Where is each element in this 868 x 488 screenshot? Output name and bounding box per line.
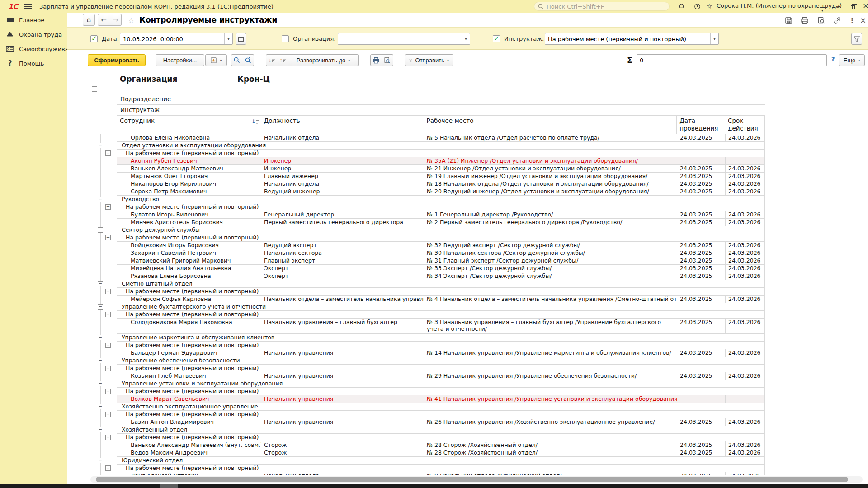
cell-workplace[interactable]: № 2 Первый заместитель генерального дире…	[424, 219, 677, 226]
group-cell[interactable]: Управление обеспечения безопасности	[117, 357, 765, 365]
cell-position[interactable]: Инженер	[261, 165, 424, 173]
collapse-toggle[interactable]: −	[105, 465, 111, 471]
history-icon[interactable]	[692, 2, 702, 11]
cell-date[interactable]: 24.03.2025	[677, 188, 726, 196]
group-cell[interactable]: На рабочем месте (первичный и повторный)	[117, 465, 765, 472]
cell-due[interactable]: 24.03.2026	[726, 134, 765, 142]
cell-employee[interactable]: Волков Марат Савельевич	[117, 395, 261, 403]
cell-workplace[interactable]: № 5 Начальник отдела /Отдел расчетов по …	[424, 134, 677, 142]
organization-dropdown-icon[interactable]: ▾	[462, 33, 470, 44]
cell-date[interactable]: 24.03.2025	[677, 441, 726, 449]
table-row-group[interactable]: −На рабочем месте (первичный и повторный…	[90, 434, 765, 441]
cell-workplace[interactable]: № 33 Эксперт /Сектор дежурной службы/	[424, 265, 677, 272]
preview-report-button[interactable]	[382, 54, 393, 66]
table-row-group[interactable]: −Хозяйственный отдел	[90, 426, 765, 434]
table-row-employee[interactable]: Волков Марат СавельевичНачальник управле…	[90, 395, 765, 403]
cell-date[interactable]: 24.03.2025	[677, 134, 726, 142]
group-cell[interactable]: Юридический отдел	[117, 457, 765, 465]
cell-position[interactable]: Сторож	[261, 449, 424, 457]
print-icon[interactable]	[799, 16, 811, 25]
cell-date[interactable]: 24.03.2025	[677, 219, 726, 226]
group-cell[interactable]: На рабочем месте (первичный и повторный)	[117, 203, 765, 211]
cell-position[interactable]: Эксперт	[261, 265, 424, 272]
cell-employee[interactable]: Акопян Рубен Гезевич	[117, 157, 261, 165]
briefing-dropdown-icon[interactable]: ▾	[710, 33, 718, 44]
collapse-toggle[interactable]: −	[98, 427, 103, 432]
notifications-bell-icon[interactable]	[676, 2, 686, 11]
org-value[interactable]: Крон-Ц	[237, 75, 270, 84]
collapse-toggle[interactable]: −	[98, 404, 103, 409]
cell-date[interactable]: 24.03.2025	[677, 372, 726, 380]
cell-date[interactable]: 24.03.2025	[677, 349, 726, 357]
expand-to-button[interactable]: Разворачивать до▾	[288, 54, 359, 66]
cell-due[interactable]: 24.03.2026	[726, 296, 765, 303]
cell-employee[interactable]: Войцехович Игорь Борисович	[117, 242, 261, 249]
column-header-due[interactable]: Срок действия	[725, 116, 764, 134]
forward-button[interactable]: →	[109, 14, 122, 26]
table-row-group[interactable]: −На рабочем месте (первичный и повторный…	[90, 203, 765, 211]
favorite-page-star-icon[interactable]: ☆	[128, 16, 134, 25]
cell-workplace[interactable]: № 34 Эксперт /Сектор дежурной службы/	[424, 272, 677, 280]
table-row-group[interactable]: −На рабочем месте (первичный и повторный…	[90, 234, 765, 242]
cell-position[interactable]: Главный эксперт	[261, 257, 424, 265]
collapse-toggle[interactable]: −	[105, 366, 111, 371]
cell-workplace[interactable]: № 8 Начальник отдела /Юридический отдел/	[424, 472, 677, 475]
cell-employee[interactable]: Орлова Елена Николаевна	[117, 134, 261, 142]
table-row-group[interactable]: −На рабочем месте (первичный и повторный…	[90, 288, 765, 296]
cell-workplace[interactable]: № 19 Главный инженер /Отдел установки и …	[424, 173, 677, 180]
group-cell[interactable]: Руководство	[117, 196, 765, 203]
cell-workplace[interactable]: № 29 Начальник управления /Управление об…	[424, 372, 677, 380]
table-row-employee[interactable]: Мейерсон Софья КарловнаНачальник отдела …	[90, 296, 765, 303]
cell-position[interactable]: Начальник управления	[261, 372, 424, 380]
collapse-toggle[interactable]: −	[98, 143, 103, 148]
cell-employee[interactable]: Бальцер Герман Эдуардович	[117, 349, 261, 357]
cell-date[interactable]	[677, 395, 726, 403]
cell-due[interactable]: 24.03.2026	[726, 349, 765, 357]
collapse-toggle[interactable]: −	[105, 235, 111, 240]
cell-workplace[interactable]: № 28 Сторож /Хозяйственный отдел/	[424, 441, 677, 449]
sort-icon[interactable]: ↓	[764, 96, 765, 102]
table-row-employee[interactable]: Минчев Аристотель БорисовичПервый замест…	[90, 219, 765, 226]
group-cell[interactable]: На рабочем месте (первичный и повторный)	[117, 434, 765, 441]
collapse-toggle[interactable]: −	[105, 389, 111, 394]
cell-employee[interactable]: Никаноров Егор Кириллович	[117, 180, 261, 188]
date-filter-checkbox[interactable]	[90, 35, 98, 42]
collapse-toggle[interactable]: −	[98, 335, 103, 340]
cell-date[interactable]: 24.03.2025	[677, 418, 726, 426]
cell-position[interactable]: Начальник управления	[261, 418, 424, 426]
cell-position[interactable]: Эксперт	[261, 272, 424, 280]
table-row-employee[interactable]: Михейцева Наталия АнатольевнаЭксперт№ 33…	[90, 265, 765, 272]
table-row-group[interactable]: −Управление установки и эксплуатации обо…	[90, 380, 765, 388]
cell-employee[interactable]: Мартынюк Олег Егорович	[117, 173, 261, 180]
calendar-button[interactable]	[236, 33, 246, 45]
cell-due[interactable]: 24.03.2026	[726, 272, 765, 280]
cell-due[interactable]: 24.03.2026	[726, 242, 765, 249]
table-row-group[interactable]: −Руководство	[90, 196, 765, 203]
cell-due[interactable]: 24.03.2026	[726, 472, 765, 475]
cell-employee[interactable]: Базин Антон Владимирович	[117, 418, 261, 426]
cell-date[interactable]: 24.03.2025	[677, 319, 726, 334]
save-icon[interactable]	[783, 16, 794, 25]
cell-due[interactable]: 24.03.2026	[726, 257, 765, 265]
close-form-icon[interactable]: ×	[857, 16, 868, 25]
cell-position[interactable]: Ведущий инженер	[261, 188, 424, 196]
table-row-employee[interactable]: Сорока Петр МаксимовичВедущий инженер№ 2…	[90, 188, 765, 196]
cell-position[interactable]: Инженер	[261, 157, 424, 165]
table-row-employee[interactable]: Войцехович Игорь БорисовичВедущий экспер…	[90, 242, 765, 249]
cell-date[interactable]: 24.03.2025	[677, 265, 726, 272]
close-button[interactable]: ×	[860, 2, 868, 10]
get-link-icon[interactable]	[831, 16, 843, 25]
cell-employee[interactable]: Матвиевский Григорий Маркович	[117, 257, 261, 265]
column-header-position[interactable]: Должность	[261, 116, 424, 134]
cell-due[interactable]: 24.03.2026	[726, 319, 765, 334]
table-row-group[interactable]: −На рабочем месте (первичный и повторный…	[90, 465, 765, 472]
sidebar-item-main[interactable]: Главное	[0, 13, 67, 27]
cell-due[interactable]: 24.03.2026	[726, 418, 765, 426]
cell-employee[interactable]: Минчев Аристотель Борисович	[117, 219, 261, 226]
cell-workplace[interactable]: № 31 Главный эксперт /Сектор дежурной сл…	[424, 257, 677, 265]
cell-workplace[interactable]: № 3 Начальник управления – главный бухга…	[424, 319, 677, 334]
find-button[interactable]	[231, 54, 243, 66]
cell-position[interactable]: Начальник сектора	[261, 249, 424, 257]
group-cell[interactable]: Хозяйственно-эксплуатационное управление	[117, 403, 765, 411]
collapse-toggle[interactable]: −	[98, 281, 103, 286]
